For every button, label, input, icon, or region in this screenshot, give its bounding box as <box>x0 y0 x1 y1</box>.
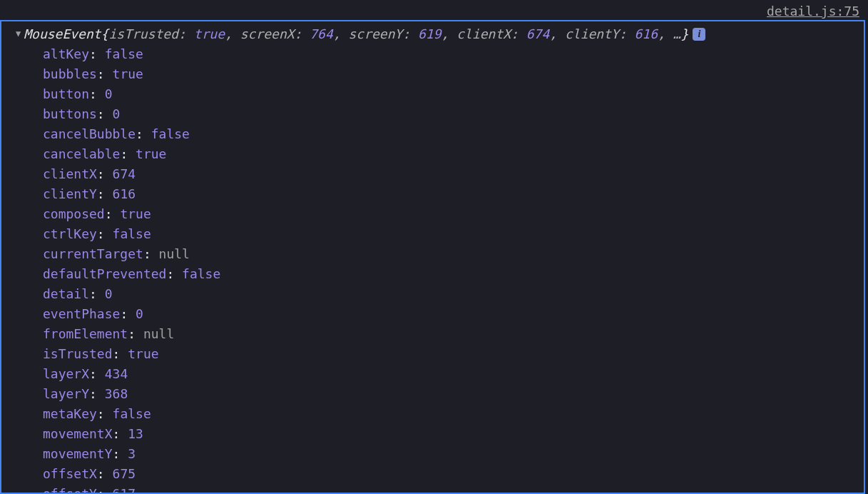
property-value: false <box>182 266 220 281</box>
brace-close: } <box>681 24 689 44</box>
property-key: eventPhase <box>43 306 120 321</box>
property-key: fromElement <box>43 326 128 341</box>
property-colon: : <box>89 366 105 381</box>
property-value: true <box>120 206 150 221</box>
property-key: movementX <box>43 426 113 441</box>
property-key: composed <box>43 206 105 221</box>
property-key: defaultPrevented <box>43 266 166 281</box>
property-row[interactable]: layerX: 434 <box>43 364 864 384</box>
summary-prop-value: 764 <box>310 26 333 41</box>
property-value: 3 <box>128 446 136 461</box>
summary-prop-key: isTrusted <box>108 26 178 41</box>
summary-colon: : <box>619 26 635 41</box>
property-colon: : <box>89 286 105 301</box>
property-value: false <box>113 226 151 241</box>
property-key: movementY <box>43 446 113 461</box>
property-colon: : <box>89 86 105 101</box>
brace-open: { <box>101 24 109 44</box>
property-key: button <box>43 86 89 101</box>
property-row[interactable]: altKey: false <box>43 44 864 64</box>
property-row[interactable]: defaultPrevented: false <box>43 264 864 284</box>
property-row[interactable]: detail: 0 <box>43 284 864 304</box>
summary-prop-value: 674 <box>526 26 550 41</box>
property-key: layerX <box>43 366 89 381</box>
summary-prop-key: clientX <box>456 26 511 41</box>
summary-prop-key: clientY <box>565 26 619 41</box>
object-properties-list: altKey: falsebubbles: truebutton: 0butto… <box>1 44 864 494</box>
property-colon: : <box>97 66 113 81</box>
property-key: buttons <box>43 106 97 121</box>
property-key: clientY <box>43 186 97 201</box>
property-key: cancelBubble <box>43 126 136 141</box>
property-row[interactable]: movementY: 3 <box>43 444 864 464</box>
property-row[interactable]: metaKey: false <box>43 404 864 424</box>
property-row[interactable]: ctrlKey: false <box>43 224 864 244</box>
property-row[interactable]: composed: true <box>43 204 864 224</box>
property-colon: : <box>166 266 182 281</box>
property-row[interactable]: clientY: 616 <box>43 184 864 204</box>
property-colon: : <box>136 126 151 141</box>
property-row[interactable]: bubbles: true <box>43 64 864 84</box>
property-value: true <box>136 146 166 161</box>
property-value: 434 <box>105 366 128 381</box>
property-key: offsetY <box>43 486 97 494</box>
property-row[interactable]: cancelable: true <box>43 144 864 164</box>
property-colon: : <box>97 106 113 121</box>
property-value: 0 <box>113 106 121 121</box>
source-link-bar: detail.js:75 <box>0 0 868 20</box>
property-value: 675 <box>113 466 136 481</box>
property-value: 617 <box>113 486 136 494</box>
property-value: true <box>113 66 143 81</box>
property-key: layerY <box>43 386 89 401</box>
summary-colon: : <box>402 26 418 41</box>
summary-colon: : <box>178 26 194 41</box>
property-key: ctrlKey <box>43 226 97 241</box>
summary-trailing-comma: , <box>658 24 673 44</box>
property-key: clientX <box>43 166 97 181</box>
property-key: currentTarget <box>43 246 143 261</box>
property-colon: : <box>120 146 136 161</box>
property-row[interactable]: offsetX: 675 <box>43 464 864 484</box>
property-key: metaKey <box>43 406 97 421</box>
object-summary-line[interactable]: ▼ MouseEvent { isTrusted: true, screenX:… <box>1 24 864 44</box>
console-log-entry: ▼ MouseEvent { isTrusted: true, screenX:… <box>0 20 865 494</box>
property-value: 0 <box>136 306 143 321</box>
property-row[interactable]: isTrusted: true <box>43 344 864 364</box>
property-value: null <box>159 246 190 261</box>
summary-colon: : <box>511 26 526 41</box>
property-key: altKey <box>43 46 89 61</box>
property-colon: : <box>128 326 143 341</box>
property-colon: : <box>89 46 105 61</box>
property-value: false <box>105 46 143 61</box>
property-row[interactable]: clientX: 674 <box>43 164 864 184</box>
property-value: 368 <box>105 386 128 401</box>
property-key: bubbles <box>43 66 97 81</box>
property-value: 13 <box>128 426 143 441</box>
property-value: false <box>151 126 190 141</box>
property-row[interactable]: cancelBubble: false <box>43 124 864 144</box>
property-value: 674 <box>113 166 136 181</box>
property-key: isTrusted <box>43 346 113 361</box>
property-value: true <box>128 346 158 361</box>
property-colon: : <box>97 226 113 241</box>
expand-triangle-icon[interactable]: ▼ <box>16 24 21 44</box>
property-colon: : <box>97 486 113 494</box>
property-row[interactable]: layerY: 368 <box>43 384 864 404</box>
property-row[interactable]: movementX: 13 <box>43 424 864 444</box>
summary-ellipsis: … <box>673 24 681 44</box>
property-row[interactable]: eventPhase: 0 <box>43 304 864 324</box>
property-colon: : <box>97 466 113 481</box>
property-row[interactable]: button: 0 <box>43 84 864 104</box>
property-colon: : <box>105 206 121 221</box>
info-icon[interactable]: i <box>693 28 705 41</box>
property-value: 0 <box>105 286 113 301</box>
property-row[interactable]: currentTarget: null <box>43 244 864 264</box>
summary-prop-key: screenX <box>240 26 295 41</box>
property-key: detail <box>43 286 89 301</box>
property-value: 0 <box>105 86 113 101</box>
property-row[interactable]: offsetY: 617 <box>43 484 864 494</box>
property-row[interactable]: fromElement: null <box>43 324 864 344</box>
property-row[interactable]: buttons: 0 <box>43 104 864 124</box>
property-colon: : <box>97 166 113 181</box>
source-link[interactable]: detail.js:75 <box>767 4 859 19</box>
